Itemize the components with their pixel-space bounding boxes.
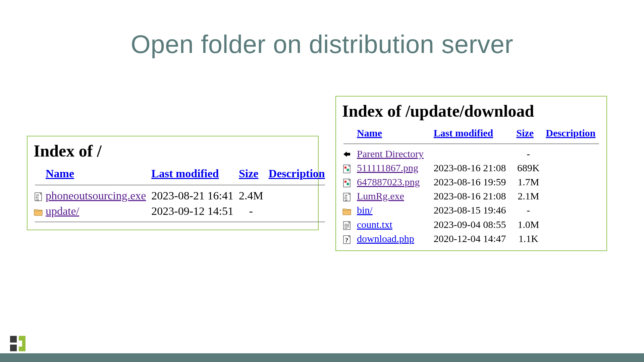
file-link[interactable]: update/ bbox=[46, 205, 79, 217]
file-link[interactable]: count.txt bbox=[357, 219, 392, 230]
last-modified: 2023-09-12 14:51 bbox=[149, 203, 236, 219]
file-link[interactable]: bin/ bbox=[357, 204, 373, 216]
listing-table-download: Name Last modified Size Description Pare… bbox=[341, 125, 602, 246]
last-modified: 2023-08-16 21:08 bbox=[431, 161, 514, 175]
unknown-icon bbox=[341, 232, 354, 246]
last-modified: 2020-12-04 14:47 bbox=[431, 232, 514, 246]
file-description bbox=[543, 218, 602, 232]
file-link[interactable]: LumRg.exe bbox=[357, 190, 404, 201]
index-panel-root: Index of / Name Last modified Size Descr… bbox=[27, 136, 319, 230]
slide-title: Open folder on distribution server bbox=[0, 29, 644, 59]
file-size: 1.1K bbox=[514, 232, 543, 246]
last-modified: 2023-08-16 21:08 bbox=[431, 189, 514, 203]
file-description bbox=[543, 203, 602, 217]
file-description bbox=[543, 161, 602, 175]
folder-icon bbox=[32, 203, 43, 219]
col-last-modified[interactable]: Last modified bbox=[434, 127, 493, 138]
file-description bbox=[543, 147, 602, 161]
col-name[interactable]: Name bbox=[357, 127, 382, 138]
file-link[interactable]: download.php bbox=[357, 233, 414, 244]
table-row: Parent Directory- bbox=[341, 147, 602, 161]
svg-rect-0 bbox=[10, 336, 17, 343]
last-modified bbox=[431, 147, 514, 161]
table-row: update/2023-09-12 14:51- bbox=[32, 203, 328, 219]
file-link[interactable]: 511111867.png bbox=[357, 162, 418, 173]
col-description[interactable]: Description bbox=[269, 167, 325, 180]
table-row: bin/2023-08-15 19:46- bbox=[341, 203, 602, 217]
file-size: 2.1M bbox=[514, 189, 543, 203]
file-size: 1.7M bbox=[514, 175, 543, 189]
file-description bbox=[543, 175, 602, 189]
last-modified: 2023-09-04 08:55 bbox=[431, 218, 514, 232]
last-modified: 2023-08-21 16:41 bbox=[149, 188, 236, 203]
footer-bar bbox=[0, 353, 644, 362]
table-row: 511111867.png2023-08-16 21:08689K bbox=[341, 161, 602, 175]
table-row: count.txt2023-09-04 08:551.0M bbox=[341, 218, 602, 232]
svg-rect-3 bbox=[19, 341, 22, 347]
brand-logo-icon bbox=[10, 336, 26, 352]
binary-icon bbox=[341, 189, 354, 203]
table-row: phoneoutsourcing.exe2023-08-21 16:412.4M bbox=[32, 188, 328, 203]
file-size: 1.0M bbox=[514, 218, 543, 232]
binary-icon bbox=[32, 188, 43, 203]
col-description[interactable]: Description bbox=[546, 127, 595, 138]
file-size: - bbox=[514, 147, 543, 161]
file-link[interactable]: Parent Directory bbox=[357, 148, 424, 159]
last-modified: 2023-08-15 19:46 bbox=[431, 203, 514, 217]
col-size[interactable]: Size bbox=[239, 167, 259, 180]
file-description bbox=[543, 189, 602, 203]
table-row: 647887023.png2023-08-16 19:591.7M bbox=[341, 175, 602, 189]
file-link[interactable]: 647887023.png bbox=[357, 176, 420, 187]
file-size: - bbox=[514, 203, 543, 217]
header-row: Name Last modified Size Description bbox=[341, 125, 602, 141]
file-description bbox=[266, 188, 328, 203]
table-row: download.php2020-12-04 14:471.1K bbox=[341, 232, 602, 246]
col-size[interactable]: Size bbox=[516, 127, 534, 138]
index-panel-download: Index of /update/download Name Last modi… bbox=[335, 96, 607, 251]
index-heading-root: Index of / bbox=[34, 141, 313, 161]
listing-table-root: Name Last modified Size Description phon… bbox=[32, 165, 328, 225]
header-row: Name Last modified Size Description bbox=[32, 165, 328, 182]
col-name[interactable]: Name bbox=[46, 167, 74, 180]
last-modified: 2023-08-16 19:59 bbox=[431, 175, 514, 189]
file-size: - bbox=[236, 203, 266, 219]
table-row: LumRg.exe2023-08-16 21:082.1M bbox=[341, 189, 602, 203]
image-icon bbox=[341, 175, 354, 189]
back-icon bbox=[341, 147, 354, 161]
file-link[interactable]: phoneoutsourcing.exe bbox=[46, 189, 146, 202]
file-size: 2.4M bbox=[236, 188, 266, 203]
folder-icon bbox=[341, 203, 354, 217]
file-description bbox=[266, 203, 328, 219]
index-heading-download: Index of /update/download bbox=[342, 101, 602, 121]
image-icon bbox=[341, 161, 354, 175]
file-description bbox=[543, 232, 602, 246]
svg-rect-1 bbox=[10, 345, 17, 351]
col-last-modified[interactable]: Last modified bbox=[151, 167, 219, 180]
text-icon bbox=[341, 218, 354, 232]
file-size: 689K bbox=[514, 161, 543, 175]
